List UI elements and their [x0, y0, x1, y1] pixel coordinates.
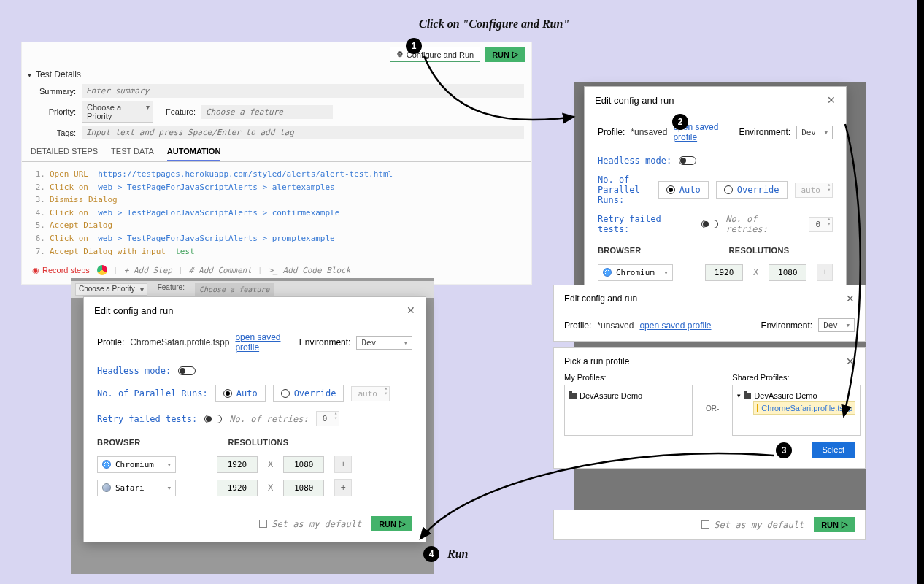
- badge-1: 1: [406, 38, 422, 54]
- step-row[interactable]: 4.Click on web > TestPageForJavaScriptAl…: [32, 207, 521, 220]
- modal-title: Edit config and run: [94, 305, 173, 316]
- auto-radio[interactable]: Auto: [658, 181, 709, 199]
- edit-config-modal-step3: Edit config and run ✕ Profile: *unsaved …: [553, 285, 866, 540]
- environment-select[interactable]: Dev: [796, 126, 833, 139]
- open-saved-profile-link[interactable]: open saved profile: [235, 332, 287, 353]
- step-row[interactable]: 6.Click on web > TestPageForJavaScriptAl…: [32, 232, 521, 245]
- section-header[interactable]: ▾ Test Details: [22, 66, 531, 82]
- add-resolution-button[interactable]: +: [817, 264, 833, 281]
- add-comment[interactable]: # Add Comment: [189, 266, 252, 275]
- profile-name: *unsaved: [597, 320, 634, 331]
- chevron-down-icon: ▾: [737, 392, 741, 399]
- add-step[interactable]: + Add Step: [124, 266, 172, 275]
- res-width[interactable]: 1920: [217, 456, 258, 473]
- browser-select[interactable]: Chromium: [97, 456, 176, 473]
- table-header: BROWSER RESOLUTIONS: [598, 239, 833, 261]
- tab-automation[interactable]: AUTOMATION: [167, 147, 221, 161]
- tab-detailed-steps[interactable]: DETAILED STEPS: [31, 147, 98, 161]
- res-height[interactable]: 1080: [769, 264, 806, 281]
- select-button[interactable]: Select: [812, 442, 855, 458]
- add-code-block[interactable]: >_ Add Code Block: [269, 266, 351, 275]
- my-profiles-box[interactable]: DevAssure Demo: [564, 385, 693, 436]
- modal-title: Edit config and run: [564, 293, 637, 304]
- automation-steps: 1.Open URL https://testpages.herokuapp.c…: [22, 162, 531, 262]
- bg-feature-input: Choose a feature: [195, 283, 274, 296]
- retry-row: Retry failed tests: No. of retries: 0: [97, 407, 412, 431]
- res-width[interactable]: 1920: [217, 480, 258, 496]
- step-row[interactable]: 7.Accept Dialog with input test: [32, 245, 521, 258]
- shared-profiles-box[interactable]: ▾ DevAssure Demo ChromeSafari.profile.ts…: [732, 385, 861, 436]
- tab-test-data[interactable]: TEST DATA: [111, 147, 154, 161]
- priority-select[interactable]: Choose a Priority: [82, 101, 153, 123]
- bg-priority: Choose a Priority: [75, 283, 147, 296]
- res-width[interactable]: 1920: [705, 264, 743, 281]
- browser-select[interactable]: Chromium: [598, 264, 673, 281]
- run-button[interactable]: RUN ▷: [371, 516, 412, 531]
- edit-config-modal-step4: Edit config and run ✕ Profile: ChromeSaf…: [83, 296, 426, 542]
- wrench-icon: ⚙: [396, 50, 404, 59]
- browser-select[interactable]: Safari: [97, 480, 176, 496]
- set-default-checkbox[interactable]: Set as my default: [701, 520, 804, 530]
- retry-toggle[interactable]: [204, 415, 222, 423]
- test-details-panel: ⚙ Configure and Run RUN ▷ ▾ Test Details…: [21, 42, 532, 285]
- step-row[interactable]: 5.Accept Dialog: [32, 219, 521, 232]
- close-icon[interactable]: ✕: [407, 304, 415, 316]
- feature-input[interactable]: [201, 105, 333, 119]
- profile-file-item[interactable]: ChromeSafari.profile.tspp: [753, 402, 855, 415]
- record-steps[interactable]: ◉Record steps: [32, 266, 90, 275]
- retries-value[interactable]: 0: [316, 411, 340, 426]
- close-icon[interactable]: ✕: [827, 94, 836, 106]
- annotation-step4: Run: [447, 548, 468, 561]
- retry-toggle[interactable]: [701, 220, 718, 228]
- folder-icon: [569, 393, 577, 399]
- environment-select[interactable]: Dev: [356, 336, 412, 350]
- run-button[interactable]: RUN ▷: [814, 517, 855, 532]
- tags-row: Tags:: [22, 124, 531, 141]
- browser-row: Chromium 1920 X 1080 +: [97, 453, 412, 476]
- res-height[interactable]: 1080: [283, 480, 324, 496]
- auto-radio[interactable]: Auto: [215, 385, 266, 402]
- close-icon[interactable]: ✕: [846, 293, 855, 304]
- radio-icon: [223, 389, 232, 398]
- close-icon[interactable]: ✕: [846, 356, 855, 367]
- parallel-row: No. of Parallel Runs: Auto Override auto: [97, 380, 412, 407]
- res-height[interactable]: 1080: [283, 456, 324, 473]
- step-row[interactable]: 1.Open URL https://testpages.herokuapp.c…: [32, 168, 521, 181]
- override-radio[interactable]: Override: [716, 181, 788, 199]
- step-row[interactable]: 2.Click on web > TestPageForJavaScriptAl…: [32, 181, 521, 194]
- environment-select[interactable]: Dev: [818, 318, 855, 332]
- headless-toggle[interactable]: [679, 156, 696, 165]
- retries-value[interactable]: 0: [809, 217, 833, 232]
- tags-input[interactable]: [82, 126, 524, 139]
- add-resolution-button[interactable]: +: [334, 479, 352, 496]
- folder-item[interactable]: DevAssure Demo: [569, 390, 688, 402]
- auto-value[interactable]: auto: [351, 386, 390, 402]
- profile-row: Profile: *unsaved open saved profile Env…: [598, 118, 833, 151]
- environment-label: Environment:: [761, 320, 812, 331]
- summary-input[interactable]: [82, 84, 524, 98]
- shared-profiles-header: Shared Profiles:: [732, 373, 861, 385]
- override-radio[interactable]: Override: [273, 385, 344, 402]
- configure-and-run-button[interactable]: ⚙ Configure and Run: [390, 47, 480, 62]
- play-icon: ▷: [842, 520, 847, 529]
- tabs: DETAILED STEPS TEST DATA AUTOMATION: [22, 141, 531, 162]
- auto-value[interactable]: auto: [795, 182, 833, 198]
- my-profiles-header: My Profiles:: [564, 373, 693, 385]
- environment-label: Environment:: [299, 337, 351, 347]
- profile-label: Profile:: [97, 337, 124, 347]
- add-resolution-button[interactable]: +: [334, 456, 352, 473]
- open-saved-profile-link[interactable]: open saved profile: [639, 320, 711, 331]
- summary-label: Summary:: [29, 87, 76, 96]
- chromium-icon: [603, 268, 612, 277]
- radio-icon: [281, 389, 290, 398]
- run-button[interactable]: RUN ▷: [485, 47, 525, 62]
- step-row[interactable]: 3.Dismiss Dialog: [32, 193, 521, 207]
- chrome-icon[interactable]: [97, 265, 107, 275]
- headless-toggle[interactable]: [178, 366, 196, 375]
- set-default-checkbox[interactable]: Set as my default: [259, 519, 361, 529]
- chromium-icon: [102, 460, 111, 469]
- folder-item[interactable]: ▾ DevAssure Demo: [737, 390, 855, 402]
- play-icon: ▷: [512, 50, 518, 59]
- profile-picker: Pick a run profile ✕ My Profiles: DevAss…: [553, 347, 866, 469]
- play-icon: ▷: [399, 519, 405, 529]
